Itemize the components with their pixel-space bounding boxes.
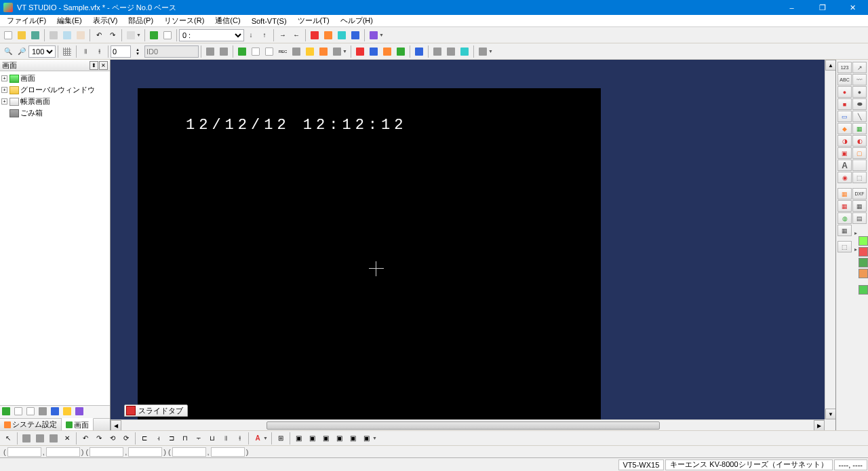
nav-left-button[interactable]: ← xyxy=(291,30,302,41)
datetime-object[interactable]: 12/12/12 12:12:12 xyxy=(186,117,407,134)
maximize-button[interactable]: ❐ xyxy=(807,0,837,15)
screen-page[interactable]: 12/12/12 12:12:12 xyxy=(138,88,601,430)
menu-tool[interactable]: ツール(T) xyxy=(292,14,335,27)
menu-edit[interactable]: 編集(E) xyxy=(52,14,87,27)
zoom-out-button[interactable]: 🔎 xyxy=(16,46,27,57)
tool2-e[interactable] xyxy=(264,46,275,57)
bt-order5[interactable]: ▣ xyxy=(348,433,359,444)
align-bottom[interactable]: ⊔ xyxy=(207,433,218,444)
color-swatch-button[interactable] xyxy=(368,30,379,41)
side-icon-5[interactable] xyxy=(51,407,60,417)
align-right[interactable]: ⊐ xyxy=(166,433,177,444)
dropdown-arrow-icon[interactable]: ▼ xyxy=(379,33,384,37)
tool-lamp-red[interactable]: ● xyxy=(837,86,852,98)
bt-1[interactable] xyxy=(21,433,32,444)
bt-2[interactable] xyxy=(35,433,45,444)
dropdown-arrow-icon[interactable]: ▼ xyxy=(372,436,377,440)
expand-icon[interactable]: + xyxy=(1,98,7,105)
tree-item-screens[interactable]: + 画面 xyxy=(0,73,110,84)
tool-text[interactable]: ABC xyxy=(837,74,852,86)
tool-grid2[interactable]: ▦ xyxy=(852,200,867,212)
zoom-select[interactable]: 100% xyxy=(28,45,56,58)
side-icon-7[interactable] xyxy=(75,407,85,417)
coord-h[interactable] xyxy=(211,447,245,457)
tool2-d[interactable] xyxy=(250,46,261,57)
bt-order2[interactable]: ▣ xyxy=(307,433,318,444)
tool-dashed[interactable]: ⬚ xyxy=(852,172,867,183)
print-button[interactable] xyxy=(125,30,136,41)
tool2-r[interactable] xyxy=(477,46,488,57)
select-tool[interactable]: ↖ xyxy=(3,433,14,444)
snap-v-button[interactable]: ⫲ xyxy=(94,46,104,57)
side-icon-4[interactable] xyxy=(39,407,48,417)
tool2-rec[interactable]: REC xyxy=(277,46,288,57)
tool-chart[interactable]: ◍ xyxy=(837,212,852,224)
slide-tab[interactable]: スライドタブ xyxy=(124,404,188,417)
tool-rect[interactable]: ▭ xyxy=(837,111,852,122)
tool-polygon[interactable]: ◆ xyxy=(837,123,852,134)
bt-font-color[interactable]: A xyxy=(252,433,263,444)
tool-wave[interactable]: 〰 xyxy=(852,74,867,86)
close-button[interactable]: ✕ xyxy=(837,0,868,15)
redo-button[interactable]: ↷ xyxy=(107,30,118,41)
tab-screen[interactable]: 画面 xyxy=(62,418,94,432)
panel-pin-button[interactable]: ⬍ xyxy=(90,61,98,70)
tool2-f[interactable] xyxy=(291,46,302,57)
scroll-up-button[interactable]: ▲ xyxy=(825,60,835,71)
tool-empty[interactable] xyxy=(852,159,867,171)
spin-buttons[interactable]: ▲▼ xyxy=(132,46,143,57)
bt-del[interactable]: ✕ xyxy=(62,433,73,444)
nav-up-button[interactable]: ↑ xyxy=(259,30,270,41)
tool-dxf[interactable]: DXF xyxy=(852,188,867,200)
tool-c-button[interactable] xyxy=(336,30,347,41)
tool2-j[interactable] xyxy=(355,46,366,57)
tool-color-grid[interactable]: ▦ xyxy=(837,225,852,236)
side-icon-2[interactable] xyxy=(14,407,24,417)
tool-label[interactable]: A xyxy=(837,159,852,171)
tool-box[interactable]: ▢ xyxy=(852,147,867,159)
side-icon-6[interactable] xyxy=(63,407,73,417)
tool-line[interactable]: ╲ xyxy=(852,111,867,122)
align-top[interactable]: ⊓ xyxy=(180,433,191,444)
menu-comm[interactable]: 通信(C) xyxy=(210,14,245,27)
bt-group[interactable]: ⊞ xyxy=(275,433,286,444)
tree-item-global[interactable]: + グローバルウィンドウ xyxy=(0,84,110,96)
paste-button[interactable] xyxy=(75,30,86,41)
page-select[interactable]: 0 : xyxy=(179,29,244,41)
zoom-in-button[interactable]: 🔍 xyxy=(3,46,14,57)
tool-numeric[interactable]: 123 xyxy=(837,62,852,73)
tool2-m[interactable] xyxy=(395,46,406,57)
tool2-l[interactable] xyxy=(382,46,393,57)
menu-help[interactable]: ヘルプ(H) xyxy=(335,14,378,27)
tool-grid1[interactable]: ▦ xyxy=(837,200,852,212)
tool-arc-right[interactable]: ◐ xyxy=(852,135,867,147)
bt-rot2[interactable]: ⟳ xyxy=(121,433,132,444)
save-button[interactable] xyxy=(30,30,41,41)
new-button[interactable] xyxy=(3,30,14,41)
menu-file[interactable]: ファイル(F) xyxy=(1,14,52,27)
tool2-q[interactable] xyxy=(459,46,470,57)
tree-view[interactable]: + 画面 + グローバルウィンドウ + 帳票画面 ごみ箱 xyxy=(0,71,110,405)
distribute-v[interactable]: ⫲ xyxy=(234,433,245,444)
floater-1[interactable] xyxy=(859,236,868,246)
undo-button[interactable]: ↶ xyxy=(94,30,104,41)
floater-2[interactable] xyxy=(859,247,868,257)
tool-arc-left[interactable]: ◑ xyxy=(837,135,852,147)
grid-toggle-button[interactable] xyxy=(62,46,73,57)
copy-button[interactable] xyxy=(62,30,73,41)
tool2-a[interactable] xyxy=(205,46,216,57)
menu-softvt[interactable]: Soft-VT(S) xyxy=(246,16,292,26)
align-middle[interactable]: ⫟ xyxy=(193,433,204,444)
minimize-button[interactable]: – xyxy=(776,0,807,15)
tool-table[interactable]: ▦ xyxy=(837,188,852,200)
floater-5[interactable] xyxy=(859,285,868,295)
tool-lamp-gray[interactable]: ● xyxy=(852,86,867,98)
tool-d-button[interactable] xyxy=(350,30,361,41)
canvas-viewport[interactable]: 12/12/12 12:12:12 スライドタブ ▲ ▼ ◀ ▶ xyxy=(111,60,835,430)
snap-h-button[interactable]: ⫴ xyxy=(80,46,91,57)
coord-y1[interactable] xyxy=(46,447,80,457)
side-icon-3[interactable] xyxy=(26,407,36,417)
expand-icon[interactable]: + xyxy=(1,87,7,93)
horizontal-scrollbar[interactable]: ◀ ▶ xyxy=(111,419,825,430)
nav-right-button[interactable]: → xyxy=(277,30,288,41)
